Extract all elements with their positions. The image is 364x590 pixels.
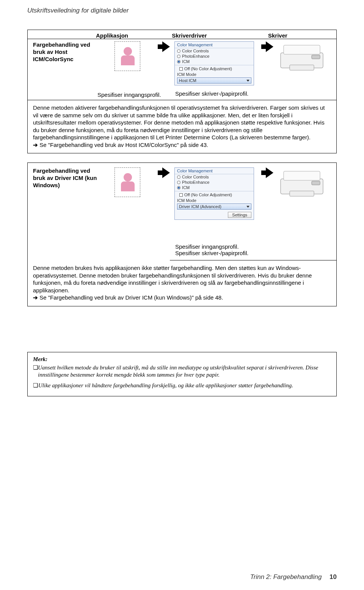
radio-label: ICM [182, 59, 190, 64]
desc-text: Denne metoden aktiverer fargebehandlings… [33, 104, 325, 140]
note-item: ❏ Uansett hvilken metode du bruker til u… [33, 364, 331, 379]
spec-output-profile: Spesifiser skriver-/papirprofil. [175, 250, 331, 256]
bullet-square-icon: ❏ [33, 382, 38, 390]
note-text: Ulike applikasjoner vil håndtere fargebe… [38, 382, 293, 390]
spec-output-profile: Spesifiser skriver-/papirprofil. [175, 90, 331, 97]
col-header-app: Applikasjon [96, 32, 172, 39]
icm-mode-select: Driver ICM (Advanced) [177, 204, 251, 210]
note-item: ❏ Ulike applikasjoner vil håndtere farge… [33, 382, 331, 390]
application-graphic-cell [97, 167, 157, 197]
table-header-row: Applikasjon Skriverdriver Skriver [28, 30, 336, 39]
radio-color-controls: Color Controls [175, 174, 254, 180]
person-placeholder-icon [115, 167, 140, 197]
col-header-printer: Skriver [268, 32, 331, 39]
arrow-right-icon [157, 167, 174, 178]
note-text: Uansett hvilken metode du bruker til uts… [38, 364, 331, 379]
select-value: Host ICM [179, 78, 196, 83]
doc-header-title: Utskriftsveiledning for digitale bilder [0, 0, 364, 14]
chevron-down-icon [246, 206, 249, 208]
col-header-driver: Skriverdriver [172, 32, 268, 39]
link-arrow-icon: ➔ [33, 294, 39, 301]
link-arrow-icon: ➔ [33, 142, 39, 148]
method-description: Denne metoden brukes hvis applikasjonen … [28, 260, 336, 306]
radio-label: PhotoEnhance [182, 180, 209, 185]
method-box-host-icm: Applikasjon Skriverdriver Skriver Fargeb… [27, 30, 337, 153]
printer-graphic-cell [278, 167, 331, 199]
svg-rect-3 [312, 55, 320, 59]
radio-photoenhance: PhotoEnhance [175, 54, 254, 59]
spec-row: Spesifiser inngangsprofil. Spesifiser sk… [28, 90, 336, 100]
bullet-square-icon: ❏ [33, 364, 38, 379]
radio-icm: ICM [175, 185, 254, 190]
checkbox-off: Off (No Color Adjustment) [177, 192, 251, 197]
svg-rect-5 [284, 171, 320, 180]
radio-label: ICM [182, 185, 190, 190]
checkbox-label: Off (No Color Adjustment) [184, 192, 232, 197]
radio-color-controls: Color Controls [175, 48, 254, 54]
page-content: Applikasjon Skriverdriver Skriver Fargeb… [0, 14, 364, 396]
checkbox-label: Off (No Color Adjustment) [184, 66, 232, 71]
printer-icon [278, 167, 325, 199]
panel-sub: Off (No Color Adjustment) ICM Mode [175, 65, 254, 77]
color-management-panel: Color Management Color Controls PhotoEnh… [174, 167, 254, 220]
page-number: 10 [329, 573, 337, 581]
radio-label: Color Controls [182, 175, 209, 179]
panel-sub: Off (No Color Adjustment) ICM Mode [175, 191, 254, 203]
panel-title: Color Management [175, 168, 254, 174]
arrow-right-icon [157, 41, 174, 52]
note-title: Merk: [33, 356, 331, 363]
checkbox-off: Off (No Color Adjustment) [177, 66, 251, 71]
reference-link-text: Se "Fargebehandling ved bruk av Driver I… [39, 294, 223, 301]
radio-label: PhotoEnhance [182, 54, 209, 58]
note-box: Merk: ❏ Uansett hvilken metode du bruker… [27, 352, 337, 397]
driver-panel-cell: Color Management Color Controls PhotoEnh… [174, 167, 261, 220]
spec-input-profile: Spesifiser inngangsprofil. [97, 91, 173, 98]
radio-icm: ICM [175, 59, 254, 64]
printer-icon [278, 41, 325, 73]
settings-button: Settings [228, 212, 251, 218]
page-footer: Trinn 2: Fargebehandling 10 [250, 573, 337, 581]
graphics-row: Fargebehandling ved bruk av Driver ICM (… [28, 163, 336, 224]
svg-rect-2 [290, 65, 314, 70]
col-blank [33, 32, 96, 39]
arrow-right-icon [261, 41, 278, 52]
method-label: Fargebehandling ved bruk av Host ICM/Col… [33, 41, 97, 63]
svg-rect-1 [284, 45, 320, 54]
driver-panel-cell: Color Management Color Controls PhotoEnh… [174, 41, 261, 85]
printer-graphic-cell [278, 41, 331, 73]
spec-input-profile: Spesifiser inngangsprofil. [175, 243, 331, 250]
icm-mode-label: ICM Mode [177, 197, 251, 203]
radio-photoenhance: PhotoEnhance [175, 180, 254, 185]
svg-rect-6 [290, 191, 314, 196]
icm-mode-select: Host ICM [177, 77, 251, 84]
select-value: Driver ICM (Advanced) [179, 204, 221, 209]
radio-label: Color Controls [182, 49, 209, 53]
svg-rect-7 [312, 181, 320, 185]
icm-mode-label: ICM Mode [177, 71, 251, 77]
application-graphic-cell [97, 41, 157, 71]
reference-link-text: Se "Fargebehandling ved bruk av Host ICM… [39, 142, 208, 148]
color-management-panel: Color Management Color Controls PhotoEnh… [174, 41, 254, 85]
graphics-row: Fargebehandling ved bruk av Host ICM/Col… [28, 39, 336, 90]
footer-section: Trinn 2: Fargebehandling [250, 573, 322, 581]
person-placeholder-icon [115, 41, 140, 71]
panel-title: Color Management [175, 42, 254, 48]
spec-row: Spesifiser inngangsprofil. Spesifiser sk… [170, 224, 336, 260]
method-box-driver-icm: Fargebehandling ved bruk av Driver ICM (… [27, 162, 337, 306]
method-description: Denne metoden aktiverer fargebehandlings… [28, 100, 336, 153]
arrow-right-icon [261, 167, 278, 178]
method-label: Fargebehandling ved bruk av Driver ICM (… [33, 167, 97, 189]
chevron-down-icon [246, 80, 249, 82]
desc-text: Denne metoden brukes hvis applikasjonen … [33, 265, 312, 293]
